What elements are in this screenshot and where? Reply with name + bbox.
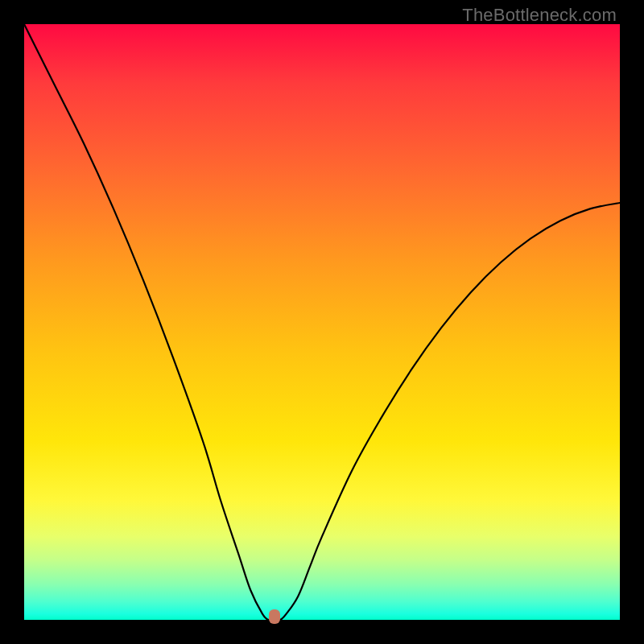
plot-area <box>24 24 620 620</box>
minimum-marker-icon <box>269 609 280 624</box>
chart-frame: TheBottleneck.com <box>0 0 644 644</box>
bottleneck-curve-line <box>24 24 620 620</box>
watermark-text: TheBottleneck.com <box>462 5 617 26</box>
curve-svg <box>24 24 620 620</box>
